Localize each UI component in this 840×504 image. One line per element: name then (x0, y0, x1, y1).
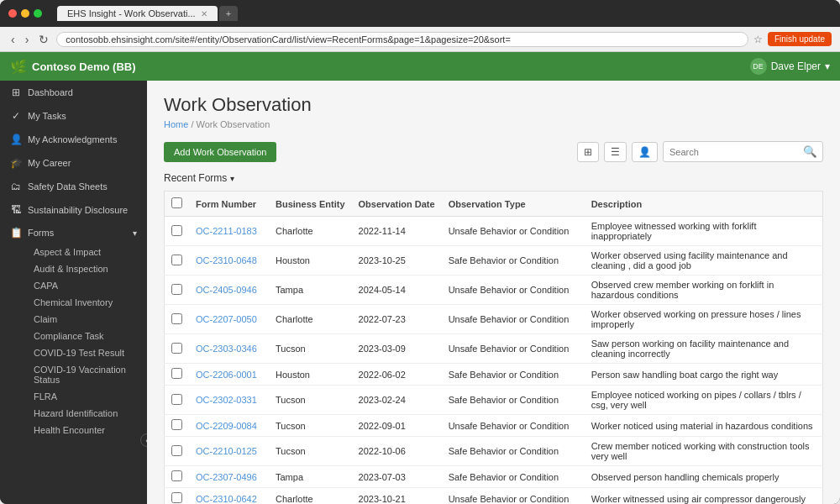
row-checkbox-cell (165, 488, 190, 505)
url-bar[interactable] (56, 32, 748, 47)
sidebar-item-claim[interactable]: Claim (24, 311, 147, 328)
search-input[interactable] (664, 144, 798, 160)
sidebar-collapse-button[interactable]: ‹ (140, 433, 147, 447)
breadcrumb: Home / Work Observation (164, 119, 823, 129)
form-number-link[interactable]: OC-2207-0050 (196, 314, 257, 324)
sidebar-item-flra[interactable]: FLRA (24, 388, 147, 405)
row-date: 2023-02-24 (352, 386, 442, 415)
row-date: 2022-07-23 (352, 305, 442, 334)
reload-button[interactable]: ↻ (36, 33, 51, 46)
row-description: Employee noticed working on pipes / coll… (585, 386, 823, 415)
sidebar-item-audit-inspection[interactable]: Audit & Inspection (24, 260, 147, 277)
form-number-link[interactable]: OC-2206-0001 (196, 370, 257, 380)
breadcrumb-home[interactable]: Home (164, 119, 188, 129)
row-checkbox[interactable] (171, 394, 182, 405)
user-menu[interactable]: DE Dave Elper ▾ (750, 58, 830, 75)
sidebar-label-sustainability: Sustainability Disclosure (28, 205, 128, 215)
sidebar-item-covid-test[interactable]: COVID-19 Test Result (24, 344, 147, 361)
sidebar-item-aspect-impact[interactable]: Aspect & Impact (24, 244, 147, 260)
sidebar-item-covid-vax[interactable]: COVID-19 Vaccination Status (24, 361, 147, 388)
tab-close-icon[interactable]: ✕ (201, 9, 207, 18)
row-checkbox[interactable] (171, 368, 182, 379)
forward-button[interactable]: › (23, 33, 32, 46)
row-checkbox[interactable] (171, 284, 182, 295)
minimize-window-button[interactable] (21, 9, 29, 18)
form-number-link[interactable]: OC-2303-0346 (196, 344, 257, 354)
recent-forms-header[interactable]: Recent Forms ▾ (164, 172, 823, 184)
maximize-window-button[interactable] (34, 9, 42, 18)
row-date: 2022-11-14 (352, 217, 442, 246)
sidebar-item-compliance-task[interactable]: Compliance Task (24, 328, 147, 344)
row-description: Worker observed using facility maintenan… (585, 246, 823, 276)
sidebar-item-my-acknowledgments[interactable]: 👤 My Acknowledgments (0, 128, 147, 151)
row-checkbox[interactable] (171, 225, 182, 236)
toolbar-right: ⊞ ☰ 👤 🔍 (577, 141, 823, 162)
form-number-link[interactable]: OC-2210-0125 (196, 446, 257, 456)
search-button[interactable]: 🔍 (798, 142, 822, 161)
row-description: Observed person handling chemicals prope… (585, 466, 823, 488)
row-checkbox[interactable] (171, 419, 182, 430)
row-checkbox[interactable] (171, 470, 182, 481)
sidebar-item-health-encounter[interactable]: Health Encounter (24, 422, 147, 438)
form-number-link[interactable]: OC-2209-0084 (196, 421, 257, 431)
row-entity: Tucson (269, 386, 352, 415)
row-checkbox[interactable] (171, 313, 182, 324)
row-type: Unsafe Behavior or Condition (442, 334, 585, 364)
grid-view-button[interactable]: ⊞ (577, 142, 599, 162)
row-type: Safe Behavior or Condition (442, 246, 585, 276)
user-menu-arrow: ▾ (825, 60, 830, 72)
sidebar-item-sustainability[interactable]: 🏗 Sustainability Disclosure (0, 198, 147, 222)
row-type: Unsafe Behavior or Condition (442, 276, 585, 305)
row-entity: Houston (269, 246, 352, 276)
form-number-link[interactable]: OC-2310-0642 (196, 494, 257, 504)
row-checkbox[interactable] (171, 343, 182, 354)
row-form-number: OC-2209-0084 (189, 415, 269, 437)
close-window-button[interactable] (8, 9, 17, 18)
list-view-button[interactable]: ☰ (604, 142, 627, 162)
form-number-link[interactable]: OC-2211-0183 (196, 226, 257, 236)
form-number-link[interactable]: OC-2405-0946 (196, 285, 257, 295)
col-header-date: Observation Date (352, 192, 442, 217)
row-checkbox[interactable] (171, 255, 182, 265)
row-checkbox[interactable] (171, 445, 182, 456)
forms-icon: 📋 (10, 227, 22, 239)
sidebar-item-hazard-id[interactable]: Hazard Identification (24, 405, 147, 422)
row-form-number: OC-2211-0183 (189, 217, 269, 246)
app-header: 🌿 Contoso Demo (BB) DE Dave Elper ▾ (0, 52, 840, 81)
row-entity: Houston (269, 364, 352, 386)
table-row: OC-2302-0331 Tucson 2023-02-24 Safe Beha… (165, 386, 823, 415)
row-entity: Tampa (269, 276, 352, 305)
row-date: 2022-06-02 (352, 364, 442, 386)
row-form-number: OC-2207-0050 (189, 305, 269, 334)
row-form-number: OC-2206-0001 (189, 364, 269, 386)
forms-collapse-arrow: ▾ (133, 228, 137, 238)
form-number-link[interactable]: OC-2307-0496 (196, 472, 257, 482)
row-checkbox-cell (165, 364, 190, 386)
user-avatar: DE (750, 58, 767, 75)
row-checkbox-cell (165, 415, 190, 437)
new-tab-button[interactable]: + (219, 6, 238, 21)
user-view-button[interactable]: 👤 (632, 142, 658, 162)
bookmark-icon[interactable]: ☆ (753, 34, 763, 45)
select-all-checkbox[interactable] (171, 197, 182, 208)
finish-update-button[interactable]: Finish update (768, 32, 832, 46)
sidebar-item-safety-data-sheets[interactable]: 🗂 Safety Data Sheets (0, 175, 147, 198)
sidebar-item-my-career[interactable]: 🎓 My Career (0, 151, 147, 175)
row-form-number: OC-2307-0496 (189, 466, 269, 488)
col-header-entity: Business Entity (269, 192, 352, 217)
sidebar-item-chemical-inventory[interactable]: Chemical Inventory (24, 294, 147, 311)
row-entity: Charlotte (269, 488, 352, 505)
back-button[interactable]: ‹ (8, 33, 18, 46)
browser-titlebar: EHS Insight - Work Observati... ✕ + (0, 0, 840, 27)
form-number-link[interactable]: OC-2302-0331 (196, 395, 257, 405)
sidebar-item-capa[interactable]: CAPA (24, 277, 147, 294)
form-number-link[interactable]: OC-2310-0648 (196, 255, 257, 265)
row-description: Observed crew member working on forklift… (585, 276, 823, 305)
active-tab[interactable]: EHS Insight - Work Observati... ✕ (57, 6, 218, 21)
row-checkbox-cell (165, 466, 190, 488)
sidebar-item-my-tasks[interactable]: ✓ My Tasks (0, 104, 147, 128)
sidebar-item-forms[interactable]: 📋 Forms ▾ (0, 222, 147, 244)
row-checkbox[interactable] (171, 492, 182, 503)
add-work-observation-button[interactable]: Add Work Observation (164, 142, 276, 162)
sidebar-item-dashboard[interactable]: ⊞ Dashboard (0, 81, 147, 104)
